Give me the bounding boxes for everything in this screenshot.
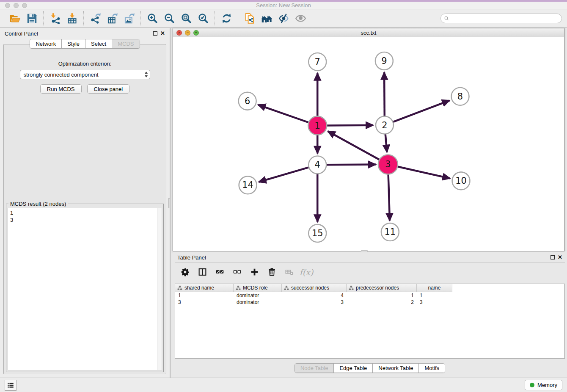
zoom-in-button[interactable]	[145, 11, 160, 26]
search-input[interactable]	[451, 16, 559, 22]
search-box[interactable]	[440, 14, 562, 23]
show-column-panel-button[interactable]	[197, 267, 207, 277]
hide-selected-button[interactable]	[276, 11, 291, 26]
graph-node-10[interactable]: 10	[452, 172, 470, 190]
tab-node-table[interactable]: Node Table	[295, 364, 334, 373]
graph-node-7[interactable]: 7	[308, 53, 326, 71]
graph-node-2[interactable]: 2	[376, 116, 394, 134]
horizontal-splitter[interactable]	[171, 251, 567, 252]
attribute-tree-icon	[177, 285, 182, 290]
graph-node-15[interactable]: 15	[308, 224, 326, 242]
control-panel: Control Panel ✕ NetworkStyleSelectMCDS O…	[0, 28, 171, 378]
graph-edge-1-2[interactable]	[326, 125, 373, 126]
tab-network-table[interactable]: Network Table	[373, 364, 419, 373]
apply-preferred-layout-button[interactable]	[219, 11, 234, 26]
mcds-result-item[interactable]: 1	[10, 209, 156, 216]
graph-node-14[interactable]: 14	[239, 176, 257, 194]
panel-splitter-handle[interactable]	[168, 198, 171, 208]
gear-icon	[181, 268, 190, 276]
table-cell[interactable]: dominator	[234, 299, 282, 305]
save-session-button[interactable]	[24, 11, 39, 26]
tab-edge-table[interactable]: Edge Table	[334, 364, 373, 373]
splitter-handle[interactable]	[361, 250, 368, 252]
table-cell[interactable]: 1	[417, 293, 452, 298]
table-cell[interactable]: 3	[175, 299, 234, 305]
column-header-name[interactable]: name	[417, 284, 452, 292]
tab-network[interactable]: Network	[30, 39, 62, 48]
graph-node-1[interactable]: 1	[308, 116, 327, 135]
graph-edge-3-11[interactable]	[388, 173, 390, 221]
export-table-button[interactable]	[105, 11, 120, 26]
mcds-result-list[interactable]: 13	[8, 208, 162, 370]
export-image-button[interactable]	[121, 11, 137, 26]
column-header-predecessor-nodes[interactable]: predecessor nodes	[347, 284, 417, 292]
export-network-button[interactable]	[88, 11, 103, 26]
unselect-all-columns-button[interactable]	[232, 267, 242, 277]
mcds-result-item[interactable]: 3	[10, 216, 156, 224]
table-cell[interactable]: 2	[347, 299, 417, 305]
delete-selected-rows-button[interactable]	[267, 267, 277, 277]
table-cell[interactable]: dominator	[234, 293, 282, 298]
network-window-maximize-button[interactable]: +	[193, 30, 199, 36]
tab-mcds[interactable]: MCDS	[112, 39, 139, 48]
graph-node-3[interactable]: 3	[378, 155, 398, 174]
network-window-minimize-button[interactable]: −	[185, 30, 190, 36]
import-table-from-file-button[interactable]	[64, 11, 80, 26]
scrollbar[interactable]	[157, 208, 162, 370]
close-table-panel-icon[interactable]: ✕	[558, 255, 562, 259]
table-cell[interactable]: 3	[282, 299, 347, 305]
zoom-out-button[interactable]	[162, 11, 177, 26]
first-neighbors-of-selected-button[interactable]	[259, 11, 274, 26]
tab-motifs[interactable]: Motifs	[419, 364, 445, 373]
table-cell[interactable]: 1	[347, 293, 417, 298]
mcds-result-box: MCDS result (2 nodes) 13	[6, 204, 164, 372]
task-history-button[interactable]	[5, 380, 17, 391]
select-all-columns-button[interactable]	[215, 267, 225, 277]
graph-edge-2-3[interactable]	[385, 133, 387, 152]
graph-edge-4-14[interactable]	[259, 167, 310, 182]
close-panel-icon[interactable]: ✕	[160, 31, 165, 36]
network-window-titlebar[interactable]: ×−+ scc.txt	[173, 28, 564, 37]
table-cell[interactable]: 1	[175, 293, 234, 298]
float-table-panel-icon[interactable]	[550, 255, 555, 259]
graph-edge-1-6[interactable]	[258, 105, 309, 123]
criterion-select[interactable]: strongly connected component	[20, 70, 150, 79]
zoom-selected-region-button[interactable]	[195, 11, 211, 26]
table-row[interactable]: 3dominator323	[175, 299, 564, 306]
graph-node-label: 9	[381, 56, 387, 66]
graph-edge-2-9[interactable]	[384, 72, 385, 117]
table-delete-icon	[285, 268, 294, 276]
column-header-successor-nodes[interactable]: successor nodes	[282, 284, 347, 292]
column-header-mcds-role[interactable]: MCDS role	[234, 284, 282, 292]
new-network-from-selection-button[interactable]	[242, 11, 257, 26]
graph-node-8[interactable]: 8	[451, 88, 469, 105]
tab-style[interactable]: Style	[62, 39, 85, 48]
float-panel-icon[interactable]	[153, 31, 157, 36]
import-network-from-file-button[interactable]	[47, 11, 63, 26]
run-mcds-button[interactable]: Run MCDS	[40, 84, 82, 94]
table-cell[interactable]: 4	[282, 293, 347, 298]
network-canvas[interactable]: 1234678910111415	[173, 37, 564, 251]
zoom-fit-content-button[interactable]	[179, 11, 194, 26]
graph-edge-3-10[interactable]	[396, 166, 450, 178]
open-session-button[interactable]	[7, 11, 22, 26]
table-row[interactable]: 1dominator411	[175, 292, 564, 299]
table-options-button[interactable]	[180, 267, 190, 277]
graph-edge-4-3[interactable]	[325, 165, 376, 165]
network-window-close-button[interactable]: ×	[176, 30, 182, 36]
network-view-window: ×−+ scc.txt 1234678910111415	[173, 28, 564, 251]
table-cell[interactable]: 3	[417, 299, 452, 305]
memory-button[interactable]: Memory	[525, 380, 562, 390]
graph-node-6[interactable]: 6	[239, 92, 256, 110]
toolbar-group	[44, 11, 84, 26]
graph-edge-2-8[interactable]	[392, 100, 450, 122]
graph-node-11[interactable]: 11	[381, 223, 399, 241]
create-new-column-button[interactable]	[249, 267, 259, 277]
graph-node-9[interactable]: 9	[375, 52, 393, 70]
tab-select[interactable]: Select	[85, 39, 112, 48]
trash-icon	[267, 268, 276, 276]
graph-edge-3-1[interactable]	[328, 131, 380, 160]
column-header-shared-name[interactable]: shared name	[175, 284, 234, 292]
close-panel-button[interactable]: Close panel	[87, 84, 130, 94]
graph-node-4[interactable]: 4	[308, 156, 326, 174]
